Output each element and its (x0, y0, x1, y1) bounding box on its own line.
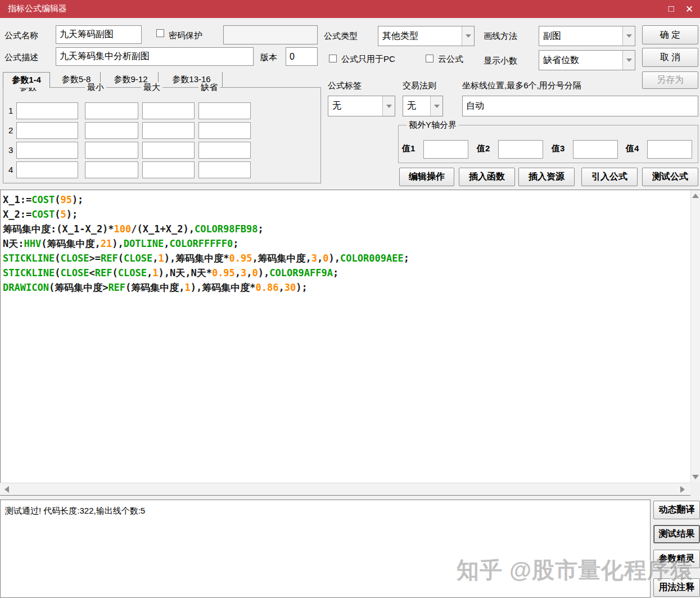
side-button-测试结果[interactable]: 测试结果 (653, 525, 700, 543)
cloud-formula-checkbox[interactable] (426, 55, 433, 62)
side-button-参数精灵[interactable]: 参数精灵 (653, 550, 700, 568)
trade-rule-select[interactable]: 无 (403, 96, 443, 116)
formula-desc-input[interactable] (56, 47, 254, 66)
window-title: 指标公式编辑器 (8, 3, 67, 14)
param-cell-input[interactable] (198, 122, 251, 139)
param-cell-input[interactable] (16, 102, 78, 119)
code-token: , (235, 267, 241, 278)
param-cell-input[interactable] (142, 102, 195, 119)
password-protect-label: 密码保护 (169, 30, 202, 41)
draw-method-select[interactable]: 副图 (539, 26, 635, 46)
code-token: ); (296, 282, 307, 293)
param-cell-input[interactable] (198, 161, 251, 178)
param-panel: 参数最小最大缺省 1234 (3, 87, 321, 183)
param-cell-input[interactable] (85, 122, 138, 139)
code-token: ( (112, 267, 118, 278)
y-axis-value-label: 值2 (477, 143, 490, 154)
action-button-插入资源[interactable]: 插入资源 (518, 168, 575, 186)
scroll-right-icon[interactable] (680, 486, 685, 493)
code-token: CLOSE (124, 253, 152, 264)
decimals-select[interactable]: 缺省位数 (539, 50, 635, 70)
param-cell-input[interactable] (16, 142, 78, 159)
chevron-down-icon[interactable] (382, 96, 395, 116)
action-button-编辑操作[interactable]: 编辑操作 (399, 168, 454, 186)
extra-y-axis-title: 额外Y轴分界 (407, 120, 459, 131)
draw-method-label: 画线方法 (484, 31, 517, 42)
code-token: ; (333, 267, 338, 278)
maximize-icon[interactable]: □ (664, 3, 679, 15)
param-cell-input[interactable] (198, 102, 251, 119)
ok-button[interactable]: 确 定 (642, 25, 698, 44)
tab-参数1-4[interactable]: 参数1-4 (3, 72, 50, 88)
action-button-测试公式[interactable]: 测试公式 (642, 168, 698, 186)
code-token: 21 (101, 238, 112, 249)
coord-line-label: 坐标线位置,最多6个,用分号分隔 (462, 80, 581, 91)
code-token: ), (112, 238, 123, 249)
code-token: COLORFFFFF0 (170, 238, 233, 249)
code-token: ( (118, 253, 124, 264)
code-token: CLOSE (60, 253, 89, 264)
param-cell-input[interactable] (142, 161, 195, 178)
version-input[interactable] (286, 47, 318, 66)
formula-type-select[interactable]: 其他类型 (378, 26, 475, 46)
code-token: 30 (284, 282, 296, 293)
code-token: , (152, 253, 158, 264)
version-label: 版本 (260, 52, 277, 63)
scroll-up-icon[interactable] (692, 194, 699, 198)
formula-desc-label: 公式描述 (4, 52, 38, 63)
code-token: N天: (3, 238, 24, 249)
code-token: CLOSE (60, 267, 89, 278)
action-button-引入公式[interactable]: 引入公式 (581, 168, 638, 186)
chevron-down-icon[interactable] (622, 51, 635, 70)
code-token: ( (55, 209, 60, 220)
code-token: ; (258, 223, 264, 235)
vertical-scrollbar[interactable] (690, 190, 700, 483)
chevron-down-icon[interactable] (622, 26, 635, 46)
param-cell-input[interactable] (85, 142, 138, 159)
title-bar: 指标公式编辑器 □ ✕ (0, 0, 700, 18)
cancel-button[interactable]: 取 消 (642, 48, 698, 67)
code-line: DRAWICON(筹码集中度>REF(筹码集中度,1),筹码集中度*0.86,3… (1, 280, 699, 295)
decimals-label: 显示小数 (484, 56, 517, 66)
chevron-down-icon[interactable] (462, 26, 474, 46)
param-cell-input[interactable] (85, 161, 138, 178)
formula-name-input[interactable] (56, 25, 142, 44)
code-token: >= (89, 253, 101, 264)
y-axis-value-input[interactable] (573, 140, 618, 159)
side-button-动态翻译[interactable]: 动态翻译 (653, 501, 700, 519)
code-token: 0.86 (256, 282, 279, 293)
param-cell-input[interactable] (198, 142, 251, 159)
code-token: COST (31, 209, 55, 220)
code-token: ),筹码集中度* (164, 253, 229, 264)
chevron-down-icon[interactable] (430, 96, 442, 116)
y-axis-value-input[interactable] (423, 140, 468, 159)
pc-only-checkbox[interactable] (329, 55, 337, 62)
code-editor[interactable]: X_1:=COST(95);X_2:=COST(5);筹码集中度:(X_1-X_… (0, 190, 700, 483)
param-cell-input[interactable] (16, 122, 78, 139)
action-button-插入函数[interactable]: 插入函数 (459, 168, 515, 186)
param-cell-input[interactable] (142, 122, 195, 139)
code-token: 95 (60, 194, 71, 205)
param-cell-input[interactable] (16, 161, 78, 178)
param-cell-input[interactable] (142, 142, 195, 159)
code-token: , (147, 267, 152, 278)
code-lines: X_1:=COST(95);X_2:=COST(5);筹码集中度:(X_1-X_… (1, 190, 699, 295)
scroll-down-icon[interactable] (692, 475, 699, 479)
y-axis-value-input[interactable] (647, 140, 692, 159)
close-icon[interactable]: ✕ (682, 3, 697, 15)
formula-tag-select[interactable]: 无 (328, 96, 395, 116)
side-button-用法注释[interactable]: 用法注释 (653, 578, 700, 597)
code-token: 5 (60, 209, 66, 220)
code-token: 0 (323, 253, 328, 264)
param-cell-input[interactable] (85, 102, 138, 119)
horizontal-scrollbar[interactable] (0, 483, 690, 496)
code-token: 3 (241, 267, 246, 278)
code-token: 1 (185, 282, 191, 293)
scroll-left-icon[interactable] (4, 486, 9, 493)
save-as-button: 另存为 (642, 71, 698, 89)
code-token: DOTLINE (124, 238, 164, 249)
password-protect-checkbox[interactable] (156, 29, 164, 37)
code-token: (筹码集中度, (41, 238, 100, 249)
y-axis-value-input[interactable] (498, 140, 543, 159)
coord-line-input[interactable] (462, 96, 698, 116)
